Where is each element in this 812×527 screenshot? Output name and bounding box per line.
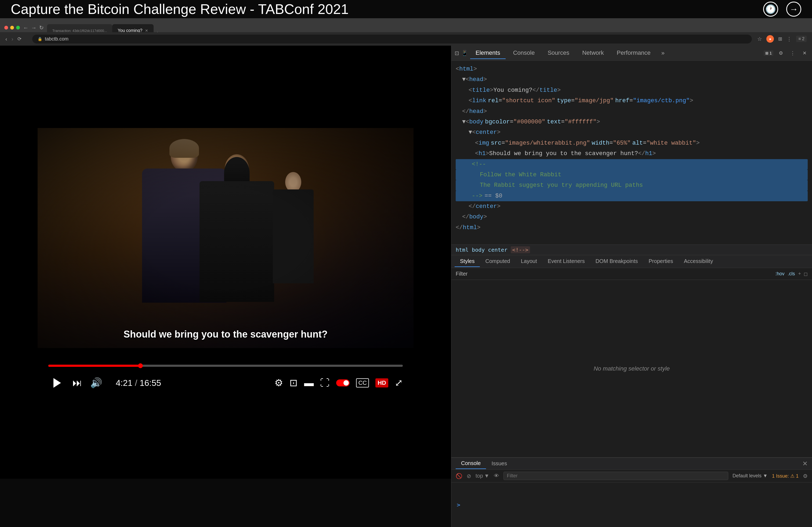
miniplayer-icon[interactable]: ⊡ <box>289 377 298 389</box>
drawer-tab-console[interactable]: Console <box>456 458 486 469</box>
maximize-dot[interactable] <box>16 26 20 30</box>
console-drawer: Console Issues ✕ 🚫 ⊘ top ▼ 👁 Default lev… <box>451 457 812 527</box>
cc-button[interactable]: CC <box>356 378 369 388</box>
next-button[interactable]: ⏭ <box>73 377 82 389</box>
console-levels[interactable]: Default levels ▼ <box>733 473 768 479</box>
nav-forward[interactable]: › <box>12 36 13 42</box>
theater-icon[interactable]: ▬ <box>304 377 314 389</box>
play-button[interactable] <box>48 375 64 391</box>
tab-properties[interactable]: Properties <box>643 256 679 267</box>
progress-handle[interactable] <box>138 363 143 368</box>
filter-icons: + ◻ <box>798 271 808 277</box>
tab-accessibility[interactable]: Accessibility <box>679 256 719 267</box>
js-context[interactable]: ⊞ 1 <box>764 50 773 56</box>
video-frame: Should we bring you to the scavenger hun… <box>38 128 414 348</box>
tab-network[interactable]: Network <box>577 47 609 59</box>
h1-tag[interactable]: <h1>Should we bring you to the scavenger… <box>456 148 808 159</box>
head-tag[interactable]: ▼ <head> <box>456 74 808 85</box>
filter-input[interactable] <box>471 271 772 277</box>
tab-computed[interactable]: Computed <box>480 256 515 267</box>
cls-button[interactable]: .cls <box>787 271 795 277</box>
devtools-close-icon[interactable]: ✕ <box>800 49 809 57</box>
body-tag[interactable]: ▼ <body bgcolor="#000000" text="#ffffff"… <box>456 117 808 127</box>
more-tabs-icon[interactable]: » <box>658 50 668 57</box>
vignette-overlay <box>38 128 414 348</box>
devtools-toggle[interactable]: ⋮ <box>786 36 792 42</box>
tab-sources[interactable]: Sources <box>542 47 575 59</box>
forward-button[interactable]: → <box>31 25 37 31</box>
autoplay-control[interactable] <box>336 379 350 387</box>
html-tree: <html> ▼ <head> <title>You coming?</titl… <box>451 61 812 244</box>
center-close-tag[interactable]: </center> <box>456 201 808 212</box>
settings-icon[interactable]: ⚙ <box>274 377 283 389</box>
profile-icon[interactable]: ● <box>766 35 774 43</box>
refresh-button[interactable]: ↻ <box>39 25 44 31</box>
nav-back[interactable]: ‹ <box>5 36 7 42</box>
nav-reload[interactable]: ⟳ <box>17 36 21 42</box>
console-prompt[interactable]: > <box>457 501 460 508</box>
progress-bar[interactable] <box>48 365 403 367</box>
center-tag[interactable]: ▼ <center> <box>456 127 808 138</box>
img-tag[interactable]: <img src="images/whiterabbit.png" width=… <box>456 138 808 148</box>
expand-icon[interactable]: ⤢ <box>395 377 403 389</box>
console-content: > <box>451 482 812 527</box>
title-tag[interactable]: <title>You coming?</title> <box>456 85 808 95</box>
add-style-icon[interactable]: + <box>798 271 801 277</box>
drawer-close-icon[interactable]: ✕ <box>802 460 808 467</box>
path-comment[interactable]: <!--> <box>511 246 530 253</box>
devtools-mobile-icon[interactable]: 📱 <box>461 50 468 56</box>
hd-badge[interactable]: HD <box>375 378 388 388</box>
hov-button[interactable]: :hov <box>775 271 784 277</box>
devtools-toolbar: ⊡ 📱 Elements Console Sources Network Per… <box>451 46 812 61</box>
comment-line-2[interactable]: The Rabbit suggest you try appending URL… <box>456 180 808 191</box>
filter-bar: Filter :hov .cls + ◻ <box>451 268 812 280</box>
address-bar[interactable]: 🔒 tabctb.com <box>32 35 752 44</box>
link-tag[interactable]: <link rel="shortcut icon" type="image/jp… <box>456 95 808 106</box>
tab-dom-breakpoints[interactable]: DOM Breakpoints <box>590 256 643 267</box>
comment-close[interactable]: --> == $0 <box>456 191 808 201</box>
controls-right: ⚙ ⊡ ▬ ⛶ CC HD ⤢ <box>274 377 403 389</box>
extension-icon[interactable]: ⊞ <box>778 36 782 42</box>
autoplay-knob <box>344 380 349 386</box>
console-eye-icon[interactable]: 👁 <box>494 473 499 479</box>
share-icon[interactable]: → <box>786 2 801 17</box>
path-center[interactable]: center <box>488 246 507 253</box>
toggle-style-icon[interactable]: ◻ <box>804 271 808 277</box>
comment-line-1[interactable]: Follow the White Rabbit <box>456 169 808 180</box>
console-filter-icon[interactable]: ⊘ <box>467 473 471 479</box>
tab-performance[interactable]: Performance <box>611 47 656 59</box>
console-settings-icon[interactable]: ⚙ <box>803 473 808 479</box>
console-clear-icon[interactable]: 🚫 <box>456 473 462 479</box>
devtools-cursor-icon[interactable]: ⊡ <box>454 50 459 56</box>
tab-styles[interactable]: Styles <box>454 256 480 267</box>
console-toolbar: 🚫 ⊘ top ▼ 👁 Default levels ▼ 1 Issue: ⚠ … <box>451 470 812 482</box>
minimize-dot[interactable] <box>10 26 14 30</box>
volume-button[interactable]: 🔊 <box>90 377 102 389</box>
console-filter-input[interactable] <box>504 472 728 480</box>
devtools-settings-icon[interactable]: ⚙ <box>777 49 785 57</box>
body-close-tag[interactable]: </body> <box>456 212 808 222</box>
tab-count[interactable]: ≡ 2 <box>796 36 807 42</box>
autoplay-toggle[interactable] <box>336 379 350 387</box>
devtools-dots-icon[interactable]: ⋮ <box>788 49 797 57</box>
path-body[interactable]: body <box>472 246 485 253</box>
html-tag[interactable]: <html> <box>456 64 808 74</box>
comment-open[interactable]: <!-- <box>456 159 808 169</box>
bookmark-icon[interactable]: ☆ <box>757 36 762 42</box>
drawer-tab-issues[interactable]: Issues <box>486 458 512 469</box>
console-issues[interactable]: 1 Issue: ⚠ 1 <box>772 473 799 479</box>
tab-event-listeners[interactable]: Event Listeners <box>542 256 590 267</box>
console-context[interactable]: top ▼ <box>476 473 490 479</box>
title-controls: 🕐 → <box>763 2 801 17</box>
html-close-tag[interactable]: </html> <box>456 223 808 233</box>
tab-elements[interactable]: Elements <box>470 47 506 59</box>
fullscreen-icon[interactable]: ⛶ <box>320 377 330 389</box>
tab-layout[interactable]: Layout <box>516 256 542 267</box>
clock-icon[interactable]: 🕐 <box>763 2 778 17</box>
back-button[interactable]: ← <box>23 25 28 31</box>
head-close-tag[interactable]: </head> <box>456 106 808 117</box>
path-html[interactable]: html <box>456 246 468 253</box>
close-dot[interactable] <box>4 26 8 30</box>
console-drawer-tabs: Console Issues ✕ <box>451 458 812 470</box>
tab-console[interactable]: Console <box>508 47 540 59</box>
